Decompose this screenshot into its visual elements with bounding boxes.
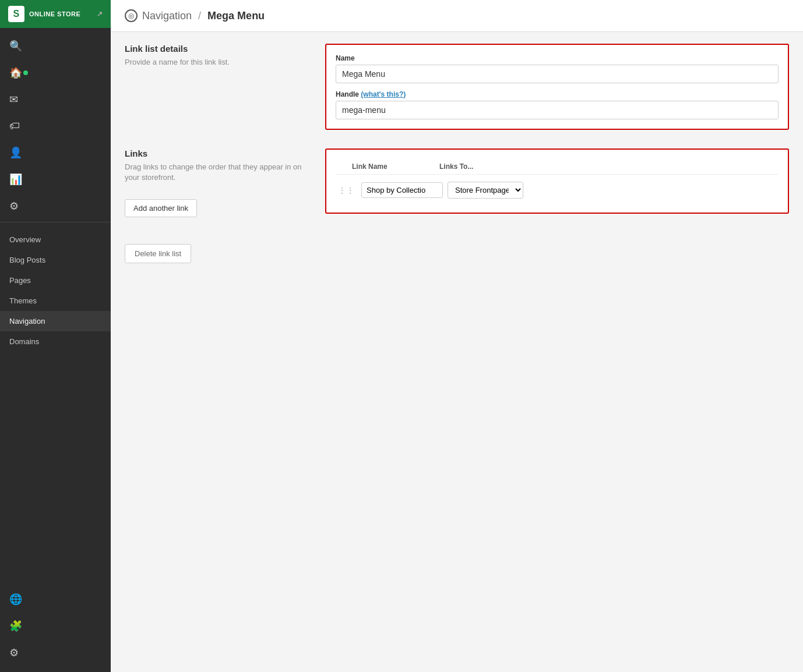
link-list-details-heading: Link list details (125, 44, 311, 54)
sidebar-icon-puzzle[interactable]: 🧩 (0, 613, 111, 639)
sidebar-item-label: Blog Posts (9, 256, 45, 264)
sidebar-item-pages[interactable]: Pages (0, 270, 111, 291)
breadcrumb-section: Navigation (142, 10, 192, 22)
links-description: Drag links to change the order that they… (125, 162, 311, 183)
link-list-details-section: Link list details Provide a name for thi… (125, 44, 311, 137)
sidebar-online-store-nav: Overview Blog Posts Pages Themes Navigat… (0, 225, 111, 356)
whats-this-link[interactable]: (what's this?) (361, 90, 406, 98)
breadcrumb-top: Navigation / Mega Menu (142, 10, 265, 22)
external-link-icon[interactable]: ↗ (97, 10, 103, 18)
links-section-left: Links Drag links to change the order tha… (125, 148, 311, 221)
sidebar-nav-top: 🔍 🏠 ✉ 🏷 👤 📊 ⚙ Overview Blog Posts Pa (0, 28, 111, 361)
table-row: ⋮⋮ Store Frontpage (336, 177, 779, 203)
delete-link-list-button-top[interactable]: Delete link list (125, 244, 191, 263)
sidebar-icon-apps[interactable]: ⚙ (0, 193, 111, 220)
link-list-details-description: Provide a name for this link list. (125, 57, 311, 68)
navigation-icon: ◎ (125, 9, 138, 22)
sidebar-icon-settings[interactable]: ⚙ (0, 639, 111, 666)
add-another-link-button[interactable]: Add another link (125, 199, 197, 217)
name-field-section: Name Handle (what's this?) (325, 44, 789, 130)
sidebar-item-overview[interactable]: Overview (0, 229, 111, 250)
sidebar-item-label: Pages (9, 276, 31, 285)
page-title-top: Mega Menu (207, 10, 265, 22)
sidebar-icon-globe[interactable]: 🌐 (0, 586, 111, 613)
sidebar-icon-search[interactable]: 🔍 (0, 33, 111, 59)
sidebar-icon-customers[interactable]: 👤 (0, 139, 111, 166)
handle-label: Handle (what's this?) (336, 90, 779, 98)
sidebar-icon-mail[interactable]: ✉ (0, 86, 111, 113)
col-link-name: Link Name (352, 162, 439, 171)
drag-handle-icon[interactable]: ⋮⋮ (336, 186, 357, 195)
name-label: Name (336, 54, 779, 62)
links-table-top: Link Name Links To... ⋮⋮ Store Frontpage (325, 148, 789, 221)
name-input[interactable] (336, 65, 779, 83)
handle-row: Handle (what's this?) (336, 90, 779, 119)
links-heading: Links (125, 148, 311, 158)
sidebar-item-blog-posts[interactable]: Blog Posts (0, 250, 111, 270)
shopify-logo: S (8, 6, 24, 22)
sidebar-item-themes[interactable]: Themes (0, 291, 111, 311)
sidebar-item-navigation[interactable]: Navigation (0, 311, 111, 331)
sidebar-item-label: Navigation (9, 317, 45, 326)
sidebar-item-label: Overview (9, 235, 41, 244)
page-header-top: ◎ Navigation / Mega Menu (111, 0, 803, 32)
sidebar-store-name: ONLINE STORE (29, 10, 97, 17)
sidebar-icon-tag[interactable]: 🏷 (0, 113, 111, 139)
link-list-form-top: Name Handle (what's this?) (325, 44, 789, 137)
link-name-input[interactable] (361, 182, 443, 198)
col-links-to: Links To... (439, 162, 762, 171)
sidebar-item-label: Domains (9, 337, 39, 346)
sidebar-item-label: Themes (9, 296, 37, 305)
breadcrumb-separator: / (198, 10, 201, 22)
links-to-select[interactable]: Store Frontpage (448, 182, 523, 199)
handle-input[interactable] (336, 101, 779, 119)
sidebar-header-top: S ONLINE STORE ↗ (0, 0, 111, 28)
sidebar-item-domains[interactable]: Domains (0, 331, 111, 352)
links-table-header: Link Name Links To... (336, 159, 779, 175)
links-table-section-top: Link Name Links To... ⋮⋮ Store Frontpage (325, 148, 789, 214)
sidebar-icon-home[interactable]: 🏠 (0, 59, 111, 86)
sidebar-icon-analytics[interactable]: 📊 (0, 166, 111, 193)
